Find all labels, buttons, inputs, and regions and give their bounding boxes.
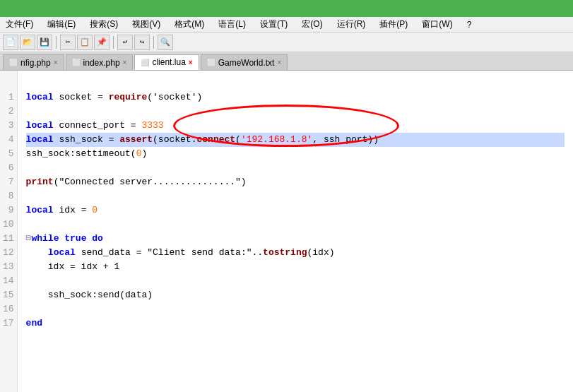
token-plain <box>86 232 92 246</box>
find-btn[interactable]: 🔍 <box>158 35 173 50</box>
new-btn[interactable]: 📄 <box>3 35 18 50</box>
tab-gameworld-label: GameWorld.txt <box>218 58 275 68</box>
menu-item-f[interactable]: 文件(F) <box>3 18 36 31</box>
code-line: ⊟while true do <box>26 232 565 246</box>
menu-item-t[interactable]: 设置(T) <box>257 18 290 31</box>
tab-bar: ⬜ nfig.php × ⬜ index.php × ⬜ client.lua … <box>0 52 573 71</box>
menu-item-s[interactable]: 搜索(S) <box>87 18 121 31</box>
line-number: 15 <box>3 288 14 302</box>
menu-item-e[interactable]: 编辑(E) <box>45 18 78 31</box>
menubar: 文件(F)编辑(E)搜索(S)视图(V)格式(M)语言(L)设置(T)宏(O)运… <box>0 17 573 32</box>
token-plain: socket = <box>54 90 109 105</box>
line-number: 10 <box>3 218 14 232</box>
line-number: 12 <box>3 246 14 260</box>
tab-client-close[interactable]: × <box>189 59 193 66</box>
token-num: 0 <box>136 147 142 161</box>
code-line: ssh_sock:settimeout(0) <box>26 147 565 161</box>
code-line: ssh_sock:send(data) <box>26 288 565 302</box>
undo-btn[interactable]: ↩ <box>117 35 133 50</box>
token-kw: local <box>48 246 76 260</box>
menu-item-[interactable]: ? <box>464 19 475 30</box>
redo-btn[interactable]: ↪ <box>134 35 150 50</box>
token-kw: true <box>64 232 86 246</box>
menu-item-l[interactable]: 语言(L) <box>215 18 249 31</box>
token-str: '192.168.1.8' <box>241 133 312 147</box>
token-plain: idx = <box>54 203 93 218</box>
token-num: 0 <box>92 203 98 218</box>
line-number: 16 <box>3 302 14 316</box>
token-plain: idx = idx + 1 <box>26 260 120 274</box>
code-container: 1234567891011121314151617 local socket =… <box>0 71 573 392</box>
line-number: 4 <box>3 133 14 147</box>
token-plain: connect_port = <box>54 119 142 133</box>
open-btn[interactable]: 📂 <box>20 35 35 50</box>
token-plain: ('socket') <box>147 90 202 105</box>
menu-item-m[interactable]: 格式(M) <box>172 18 207 31</box>
tab-nfig-label: nfig.php <box>20 58 51 68</box>
code-line: print("Connected server...............") <box>26 175 565 189</box>
token-plain: ssh_sock:send(data) <box>26 288 153 302</box>
line-number: 11 <box>3 232 14 246</box>
tab-index-icon: ⬜ <box>72 59 81 66</box>
line-number: 8 <box>3 189 14 203</box>
line-number: 6 <box>3 161 14 175</box>
code-line: local connect_port = 3333 <box>26 119 565 133</box>
token-plain: ("Connected server...............") <box>54 175 247 189</box>
code-line <box>26 76 565 90</box>
token-kw: while <box>31 232 59 246</box>
token-plain <box>59 232 64 246</box>
token-plain: , ssh_port)) <box>312 133 379 147</box>
tab-index-close[interactable]: × <box>123 59 127 66</box>
line-number: 13 <box>3 260 14 274</box>
code-line: end <box>26 316 565 331</box>
code-line <box>26 274 565 288</box>
code-line <box>26 161 565 175</box>
sep3 <box>153 36 154 49</box>
token-plain <box>26 246 48 260</box>
token-plain: ssh_sock = <box>54 133 120 147</box>
token-fn: print <box>26 175 54 189</box>
save-btn[interactable]: 💾 <box>37 35 52 50</box>
token-plain: ssh_sock:settimeout( <box>26 147 136 161</box>
tab-nfig-icon: ⬜ <box>9 59 18 66</box>
sep1 <box>56 36 57 49</box>
token-kw: local <box>26 90 54 105</box>
menu-item-r[interactable]: 运行(R) <box>334 18 369 31</box>
tab-gameworld-close[interactable]: × <box>277 59 281 66</box>
token-fn: require <box>109 90 148 105</box>
code-line: local idx = 0 <box>26 203 565 218</box>
menu-item-v[interactable]: 视图(V) <box>129 18 163 31</box>
menu-item-o[interactable]: 宏(O) <box>299 18 325 31</box>
tab-nfig[interactable]: ⬜ nfig.php × <box>3 54 64 70</box>
token-plain: (idx) <box>307 246 335 260</box>
paste-btn[interactable]: 📌 <box>94 35 110 50</box>
line-number: 1 <box>3 90 14 105</box>
token-kw: end <box>26 316 42 331</box>
menu-item-w[interactable]: 窗口(W) <box>419 18 455 31</box>
code-line <box>26 105 565 119</box>
code-line: idx = idx + 1 <box>26 260 565 274</box>
tab-client[interactable]: ⬜ client.lua × <box>134 54 199 70</box>
token-fn: assert <box>119 133 153 147</box>
token-kw: local <box>26 133 54 147</box>
tab-client-icon: ⬜ <box>141 59 149 66</box>
sep2 <box>113 36 114 49</box>
tab-nfig-close[interactable]: × <box>54 59 58 66</box>
menu-item-p[interactable]: 插件(P) <box>377 18 410 31</box>
token-num: 3333 <box>141 119 163 133</box>
copy-btn[interactable]: 📋 <box>77 35 93 50</box>
tab-gameworld[interactable]: ⬜ GameWorld.txt × <box>201 54 288 70</box>
tab-index-label: index.php <box>83 58 120 68</box>
token-kw: local <box>26 119 54 133</box>
token-fn: tostring <box>263 246 307 260</box>
line-number: 3 <box>3 119 14 133</box>
toolbar: 📄 📂 💾 ✂ 📋 📌 ↩ ↪ 🔍 <box>0 32 573 52</box>
cut-btn[interactable]: ✂ <box>60 35 76 50</box>
token-fn: connect <box>196 133 235 147</box>
code-line: local ssh_sock = assert(socket.connect('… <box>26 133 565 147</box>
code-line: local send_data = "Client send data:"..t… <box>26 246 565 260</box>
token-kw: do <box>92 232 103 246</box>
code-area[interactable]: local socket = require('socket')local co… <box>18 71 573 392</box>
tab-index[interactable]: ⬜ index.php × <box>66 54 134 70</box>
line-numbers: 1234567891011121314151617 <box>0 71 18 392</box>
